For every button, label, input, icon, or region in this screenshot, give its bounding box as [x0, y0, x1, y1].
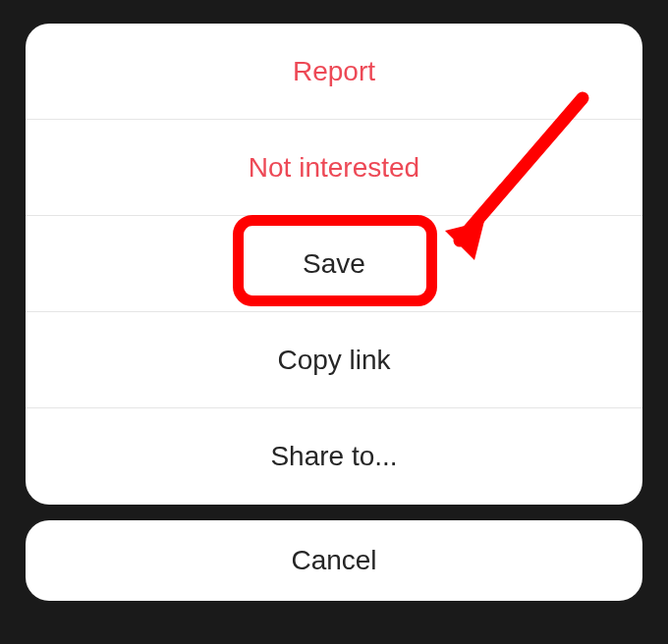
report-button[interactable]: Report	[26, 24, 642, 120]
copy-link-label: Copy link	[277, 345, 390, 376]
save-button[interactable]: Save	[26, 216, 642, 312]
save-label: Save	[303, 248, 365, 280]
cancel-sheet: Cancel	[26, 520, 642, 601]
share-to-label: Share to...	[270, 441, 397, 472]
action-sheet: Report Not interested Save Copy link Sha…	[26, 24, 642, 505]
share-to-button[interactable]: Share to...	[26, 408, 642, 505]
copy-link-button[interactable]: Copy link	[26, 312, 642, 408]
cancel-label: Cancel	[291, 545, 376, 576]
not-interested-label: Not interested	[249, 152, 419, 184]
report-label: Report	[293, 56, 375, 87]
cancel-button[interactable]: Cancel	[26, 520, 642, 601]
not-interested-button[interactable]: Not interested	[26, 120, 642, 216]
